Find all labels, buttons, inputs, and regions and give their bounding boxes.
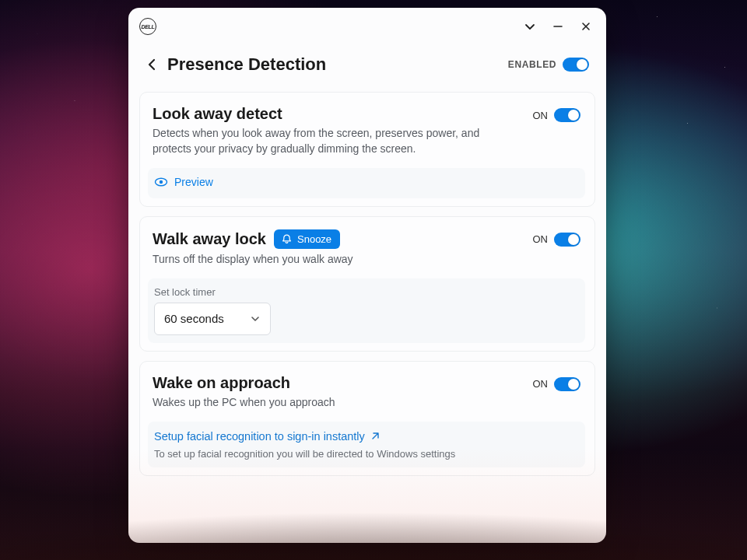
bell-snooze-icon — [281, 233, 293, 245]
facial-recognition-sub: To set up facial recognition you will be… — [154, 448, 579, 460]
preview-link[interactable]: Preview — [154, 176, 213, 188]
facial-recognition-link-label: Setup facial recognition to sign-in inst… — [154, 430, 365, 443]
snooze-label: Snooze — [297, 233, 331, 245]
lock-timer-value: 60 seconds — [164, 312, 224, 325]
dell-optimizer-window: DELL — [128, 8, 606, 543]
snooze-button[interactable]: Snooze — [274, 229, 340, 249]
chevron-down-icon — [524, 20, 536, 33]
wake-panel: Wake on approach Wakes up the PC when yo… — [139, 361, 595, 476]
titlebar: DELL — [128, 8, 606, 45]
wake-footer: Setup facial recognition to sign-in inst… — [148, 422, 585, 467]
chevron-down-icon — [250, 313, 261, 324]
preview-label: Preview — [174, 176, 213, 188]
look-away-state-label: ON — [533, 110, 549, 121]
lock-timer-select[interactable]: 60 seconds — [154, 303, 271, 335]
wake-title: Wake on approach — [153, 374, 525, 392]
page-header: Presence Detection ENABLED — [128, 45, 606, 92]
desktop-wallpaper: DELL — [0, 0, 747, 560]
wake-state-label: ON — [533, 378, 549, 390]
look-away-footer: Preview — [148, 168, 585, 198]
wake-description: Wakes up the PC when you approach — [153, 395, 510, 411]
walk-away-footer: Set lock timer 60 seconds — [148, 278, 585, 343]
lock-timer-label: Set lock timer — [154, 286, 579, 298]
minimize-button[interactable] — [544, 8, 572, 45]
panel-list: Look away detect Detects when you look a… — [128, 92, 606, 487]
back-button[interactable] — [139, 51, 166, 78]
look-away-description: Detects when you look away from the scre… — [153, 126, 510, 157]
walk-away-panel: Walk away lock Snooze Turns off the disp… — [139, 216, 595, 352]
look-away-toggle[interactable] — [554, 108, 580, 122]
master-toggle[interactable] — [563, 58, 589, 72]
eye-icon — [154, 177, 168, 187]
close-button[interactable] — [572, 8, 600, 45]
dell-logo: DELL — [139, 18, 156, 35]
walk-away-title: Walk away lock — [153, 230, 266, 248]
look-away-panel: Look away detect Detects when you look a… — [139, 92, 595, 207]
chevron-left-icon — [146, 58, 160, 72]
look-away-title: Look away detect — [153, 105, 525, 123]
close-icon — [580, 21, 591, 32]
svg-point-1 — [160, 180, 163, 184]
wake-toggle[interactable] — [554, 377, 580, 391]
collapse-button[interactable] — [516, 8, 544, 45]
external-link-icon — [370, 431, 381, 442]
minimize-icon — [552, 21, 563, 32]
page-title: Presence Detection — [167, 54, 326, 75]
walk-away-state-label: ON — [533, 233, 549, 245]
walk-away-description: Turns off the display when you walk away — [153, 252, 510, 268]
facial-recognition-link[interactable]: Setup facial recognition to sign-in inst… — [154, 430, 381, 443]
walk-away-toggle[interactable] — [554, 233, 580, 247]
enabled-label: ENABLED — [508, 59, 556, 70]
